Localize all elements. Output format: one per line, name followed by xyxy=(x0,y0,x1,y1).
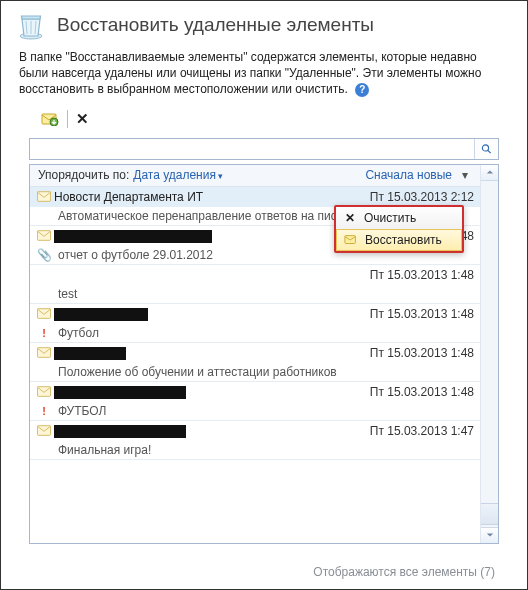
purge-button[interactable]: ✕ xyxy=(76,110,89,128)
scrollbar[interactable] xyxy=(480,165,498,543)
svg-rect-13 xyxy=(37,426,50,436)
list-body: Упорядочить по: Дата удаления▾ Сначала н… xyxy=(30,165,480,543)
item-from xyxy=(54,306,370,320)
item-date: Пт 15.03.2013 1:48 xyxy=(370,268,480,282)
context-menu: ✕ Очистить Восстановить xyxy=(334,205,464,253)
toolbar: ✕ xyxy=(1,104,527,138)
list-item[interactable]: Пт 15.03.2013 1:48!ФУТБОЛ xyxy=(30,382,480,421)
item-date: Пт 15.03.2013 1:48 xyxy=(370,307,480,321)
mail-icon xyxy=(34,191,54,202)
status-footer: Отображаются все элементы (7) xyxy=(313,565,495,579)
item-from xyxy=(54,267,370,281)
mail-icon xyxy=(34,386,54,397)
item-date: Пт 15.03.2013 1:48 xyxy=(370,385,480,399)
recycle-bin-icon xyxy=(15,9,47,41)
svg-line-7 xyxy=(488,150,491,153)
svg-rect-9 xyxy=(37,231,50,241)
item-from xyxy=(54,345,370,359)
flag-icon: ! xyxy=(34,327,54,339)
sort-field-link[interactable]: Дата удаления▾ xyxy=(133,168,223,182)
mail-icon xyxy=(34,308,54,319)
item-date: Пт 15.03.2013 2:12 xyxy=(370,190,480,204)
list-item[interactable]: Пт 15.03.2013 1:48Положение об обучении … xyxy=(30,343,480,382)
item-date: Пт 15.03.2013 1:47 xyxy=(370,424,480,438)
item-subject: ФУТБОЛ xyxy=(54,404,480,418)
flag-icon: ! xyxy=(34,405,54,417)
item-from: Новости Департамента ИТ xyxy=(54,190,370,204)
description-text: В папке "Восстанавливаемые элементы" сод… xyxy=(1,45,527,104)
svg-rect-12 xyxy=(37,387,50,397)
close-icon: ✕ xyxy=(342,210,358,226)
attachment-icon: 📎 xyxy=(34,248,54,262)
item-subject: Положение об обучении и аттестации работ… xyxy=(54,365,480,379)
mail-icon xyxy=(34,347,54,358)
toolbar-separator xyxy=(67,110,68,128)
list-item[interactable]: Пт 15.03.2013 1:48test xyxy=(30,265,480,304)
search-button[interactable] xyxy=(474,139,498,159)
svg-rect-8 xyxy=(37,192,50,202)
svg-rect-10 xyxy=(37,309,50,319)
sort-order-link[interactable]: Сначала новые xyxy=(365,168,452,182)
page-title: Восстановить удаленные элементы xyxy=(57,14,374,36)
mail-icon xyxy=(34,230,54,241)
sort-bar: Упорядочить по: Дата удаления▾ Сначала н… xyxy=(30,165,480,187)
item-subject: test xyxy=(54,287,480,301)
item-from xyxy=(54,423,370,437)
svg-rect-11 xyxy=(37,348,50,358)
list-item[interactable]: Пт 15.03.2013 1:47Финальная игра! xyxy=(30,421,480,460)
scroll-down-icon[interactable] xyxy=(481,527,498,543)
list-item[interactable]: Пт 15.03.2013 1:48!Футбол xyxy=(30,304,480,343)
dialog-header: Восстановить удаленные элементы xyxy=(1,1,527,45)
item-date: Пт 15.03.2013 1:48 xyxy=(370,346,480,360)
restore-icon xyxy=(343,232,359,248)
context-clear[interactable]: ✕ Очистить xyxy=(336,207,462,229)
context-restore[interactable]: Восстановить xyxy=(336,229,462,251)
search-input[interactable] xyxy=(30,139,474,159)
svg-point-6 xyxy=(482,144,488,150)
sort-options-dropdown[interactable]: ▾ xyxy=(458,168,472,182)
list-frame: Упорядочить по: Дата удаления▾ Сначала н… xyxy=(29,164,499,544)
item-subject: Футбол xyxy=(54,326,480,340)
item-subject: Финальная игра! xyxy=(54,443,480,457)
scroll-grip[interactable] xyxy=(481,503,498,525)
search-box xyxy=(29,138,499,160)
scroll-up-icon[interactable] xyxy=(481,165,498,181)
item-from xyxy=(54,384,370,398)
restore-toolbar-icon[interactable] xyxy=(41,112,59,126)
arrange-by-label: Упорядочить по: xyxy=(38,168,129,182)
help-icon[interactable]: ? xyxy=(355,83,369,97)
mail-icon xyxy=(34,425,54,436)
